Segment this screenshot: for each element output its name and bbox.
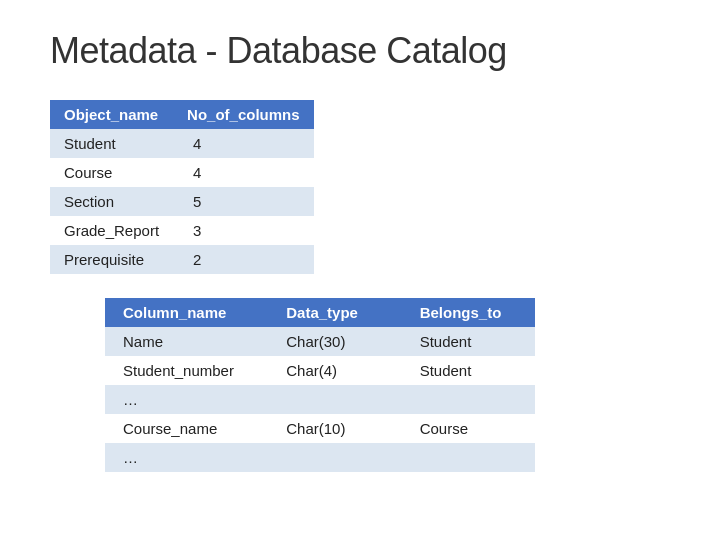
- bottom-table-header-belongs-to: Belongs_to: [402, 298, 535, 327]
- bottom-table-wrap: Column_name Data_type Belongs_to NameCha…: [105, 298, 670, 472]
- page: Metadata - Database Catalog Object_name …: [0, 0, 720, 540]
- top-table-header-no-of-columns: No_of_columns: [173, 100, 314, 129]
- cell-column-name: Student_number: [105, 356, 268, 385]
- cell-belongs-to: [402, 443, 535, 472]
- cell-column-name: …: [105, 385, 268, 414]
- cell-no-of-columns: 4: [173, 129, 314, 158]
- cell-column-name: Name: [105, 327, 268, 356]
- table-row: …: [105, 443, 535, 472]
- table-row: Section5: [50, 187, 314, 216]
- cell-belongs-to: Course: [402, 414, 535, 443]
- bottom-table-header-data-type: Data_type: [268, 298, 401, 327]
- cell-belongs-to: Student: [402, 327, 535, 356]
- table-row: Prerequisite2: [50, 245, 314, 274]
- cell-belongs-to: Student: [402, 356, 535, 385]
- content-area: Object_name No_of_columns Student4Course…: [50, 100, 670, 472]
- table-row: Course4: [50, 158, 314, 187]
- page-title: Metadata - Database Catalog: [50, 30, 670, 72]
- cell-data-type: Char(10): [268, 414, 401, 443]
- cell-data-type: Char(30): [268, 327, 401, 356]
- top-table-header-object-name: Object_name: [50, 100, 173, 129]
- cell-object-name: Student: [50, 129, 173, 158]
- cell-column-name: Course_name: [105, 414, 268, 443]
- table-row: Course_nameChar(10)Course: [105, 414, 535, 443]
- top-table: Object_name No_of_columns Student4Course…: [50, 100, 314, 274]
- cell-object-name: Grade_Report: [50, 216, 173, 245]
- cell-data-type: Char(4): [268, 356, 401, 385]
- cell-object-name: Section: [50, 187, 173, 216]
- table-row: Student4: [50, 129, 314, 158]
- cell-belongs-to: [402, 385, 535, 414]
- cell-no-of-columns: 5: [173, 187, 314, 216]
- table-row: Student_numberChar(4)Student: [105, 356, 535, 385]
- cell-no-of-columns: 4: [173, 158, 314, 187]
- cell-data-type: [268, 385, 401, 414]
- table-row: NameChar(30)Student: [105, 327, 535, 356]
- table-row: …: [105, 385, 535, 414]
- cell-column-name: …: [105, 443, 268, 472]
- cell-object-name: Course: [50, 158, 173, 187]
- cell-data-type: [268, 443, 401, 472]
- table-row: Grade_Report3: [50, 216, 314, 245]
- cell-no-of-columns: 2: [173, 245, 314, 274]
- cell-object-name: Prerequisite: [50, 245, 173, 274]
- bottom-table-header-column-name: Column_name: [105, 298, 268, 327]
- cell-no-of-columns: 3: [173, 216, 314, 245]
- bottom-table: Column_name Data_type Belongs_to NameCha…: [105, 298, 535, 472]
